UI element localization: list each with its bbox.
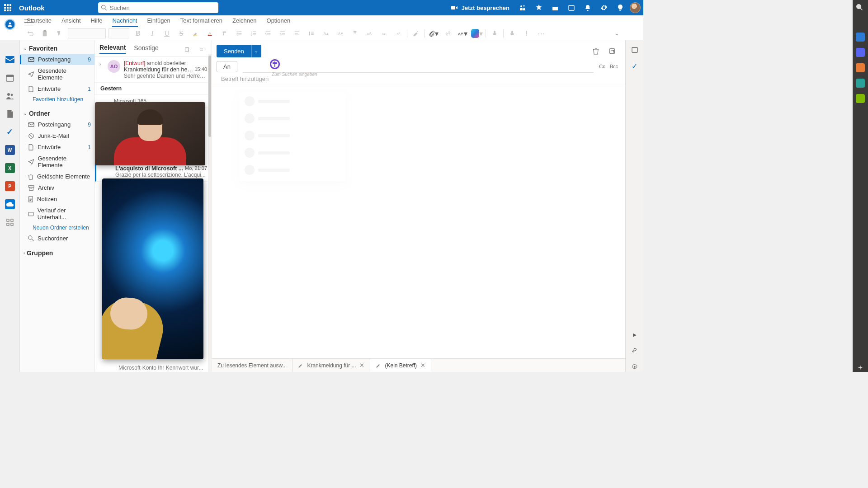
dock-app-4[interactable]: [856, 79, 865, 88]
bcc-button[interactable]: Bcc: [610, 64, 618, 69]
bullets-button[interactable]: [233, 28, 245, 39]
side-tools[interactable]: [630, 346, 640, 356]
more-button[interactable]: ⋯: [535, 28, 547, 39]
filter-button[interactable]: ≡: [200, 46, 207, 52]
folder-conversation[interactable]: Verlauf der Unterhalt...: [20, 205, 94, 223]
other-tab[interactable]: Sonstige: [134, 44, 158, 53]
my-day-icon[interactable]: [565, 1, 578, 14]
attach-button[interactable]: ▾: [428, 28, 439, 39]
ribbon-collapse[interactable]: ⌄: [611, 28, 623, 39]
msglist-scrollbar[interactable]: [208, 54, 212, 372]
discard-button[interactable]: [590, 45, 602, 57]
tab-help[interactable]: Hilfe: [86, 15, 108, 27]
folder-sent[interactable]: Gesendete Elemente: [20, 153, 94, 171]
folder-deleted[interactable]: Gelöschte Elemente: [20, 171, 94, 182]
rail-files[interactable]: [5, 109, 15, 119]
account-avatar[interactable]: [630, 2, 641, 13]
suggestion-popup[interactable]: [239, 93, 346, 181]
folders-header[interactable]: ⌄Ordner: [20, 108, 94, 119]
popout-button[interactable]: [606, 45, 618, 57]
undo-button[interactable]: [24, 28, 36, 39]
premium-icon[interactable]: [532, 1, 546, 14]
indent-button[interactable]: [277, 28, 288, 39]
side-collapse[interactable]: ▸: [630, 329, 640, 339]
close-icon[interactable]: ✕: [359, 362, 364, 369]
folder-drafts[interactable]: Entwürfe1: [20, 141, 94, 153]
rail-excel[interactable]: X: [5, 163, 15, 173]
highlight-button[interactable]: [190, 28, 202, 39]
search-box[interactable]: [98, 2, 218, 13]
priority-button[interactable]: [521, 28, 533, 39]
search-folders[interactable]: Suchordner: [20, 233, 94, 244]
send-button[interactable]: Senden: [217, 45, 251, 57]
dock-app-5[interactable]: [856, 94, 865, 103]
fav-header[interactable]: ⌄Favoriten: [20, 43, 94, 54]
fontcolor-button[interactable]: A: [204, 28, 216, 39]
side-calendar[interactable]: [630, 45, 640, 55]
side-settings[interactable]: [630, 362, 640, 372]
folder-notes[interactable]: Notizen: [20, 193, 94, 205]
rail-mail[interactable]: [5, 55, 15, 65]
format-painter-button[interactable]: [53, 28, 65, 39]
signature-button[interactable]: ▾: [457, 28, 468, 39]
bottom-tab-draft1[interactable]: Krankmeldung für ... ✕: [292, 359, 370, 372]
tab-view[interactable]: Ansicht: [57, 15, 86, 27]
folder-archive[interactable]: Archiv: [20, 182, 94, 193]
teams-icon[interactable]: [516, 1, 529, 14]
add-favorite[interactable]: Favoriten hinzufügen: [20, 94, 94, 104]
tab-message[interactable]: Nachricht: [108, 15, 142, 27]
search-input[interactable]: [110, 5, 216, 11]
shrinkfont-button[interactable]: A▾: [335, 28, 346, 39]
styles-button[interactable]: [410, 28, 422, 39]
strike-button[interactable]: S: [175, 28, 187, 39]
bottom-tab-reading[interactable]: Zu lesendes Element ausw...: [212, 359, 292, 372]
changecase-button[interactable]: aA: [363, 28, 375, 39]
fav-sent[interactable]: Gesendete Elemente: [20, 65, 94, 83]
message-item[interactable]: › AO [Entwurf] arnold oberleiter Krankme…: [95, 57, 212, 83]
dictate-button[interactable]: [489, 28, 500, 39]
dock-app-1[interactable]: [856, 33, 865, 42]
font-size-select[interactable]: [108, 28, 129, 38]
close-icon[interactable]: ✕: [420, 362, 425, 369]
side-todo[interactable]: ✓: [630, 61, 640, 71]
to-button[interactable]: An: [217, 61, 237, 72]
folder-inbox[interactable]: Posteingang9: [20, 119, 94, 130]
cc-button[interactable]: Cc: [599, 64, 605, 69]
superscript-button[interactable]: x²: [392, 28, 404, 39]
bold-button[interactable]: B: [132, 28, 144, 39]
rail-calendar[interactable]: [5, 73, 15, 83]
tab-draw[interactable]: Zeichnen: [227, 15, 261, 27]
paste-button[interactable]: [39, 28, 51, 39]
fav-inbox[interactable]: Posteingang9: [20, 54, 94, 65]
clearformat-button[interactable]: [219, 28, 231, 39]
send-split[interactable]: ⌄: [251, 45, 261, 57]
settings-icon[interactable]: [597, 1, 611, 14]
font-family-select[interactable]: [68, 28, 106, 38]
tab-format[interactable]: Text formatieren: [175, 15, 227, 27]
bottom-tab-draft2[interactable]: (Kein Betreff) ✕: [370, 359, 431, 372]
outdent-button[interactable]: [262, 28, 274, 39]
rail-onedrive[interactable]: [5, 199, 15, 209]
quote-button[interactable]: ❞: [349, 28, 361, 39]
to-field[interactable]: Zum Suchen eingeben: [243, 61, 594, 73]
dock-app-2[interactable]: [856, 48, 865, 57]
copilot-button[interactable]: ▾: [471, 28, 483, 39]
fav-drafts[interactable]: Entwürfe1: [20, 83, 94, 94]
tab-options[interactable]: Optionen: [262, 15, 296, 27]
groups-header[interactable]: ›Gruppen: [20, 248, 94, 258]
app-launcher[interactable]: [0, 0, 15, 15]
expand-icon[interactable]: ›: [99, 62, 104, 67]
rail-more-apps[interactable]: [5, 217, 15, 227]
sensitivity-button[interactable]: [506, 28, 518, 39]
account-left-avatar[interactable]: [5, 19, 15, 30]
tips-icon[interactable]: [613, 1, 627, 14]
rail-people[interactable]: [5, 91, 15, 101]
italic-button[interactable]: I: [146, 28, 158, 39]
rail-powerpoint[interactable]: P: [5, 181, 15, 191]
dock-app-3[interactable]: [856, 63, 865, 72]
dock-search[interactable]: [856, 4, 865, 13]
meet-now-button[interactable]: Jetzt besprechen: [451, 4, 509, 11]
subscript-button[interactable]: x₂: [378, 28, 390, 39]
select-toggle[interactable]: ◻: [184, 46, 192, 52]
nav-toggle[interactable]: [24, 19, 33, 25]
